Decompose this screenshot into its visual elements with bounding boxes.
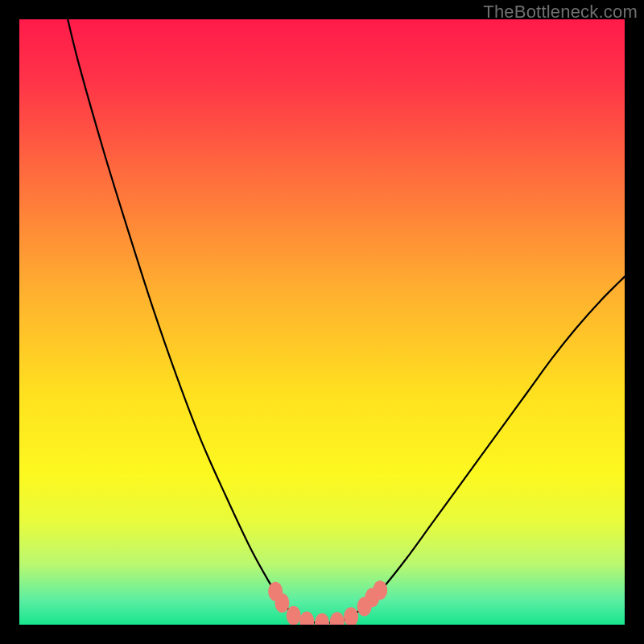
chart-plot-area: [19, 19, 625, 625]
data-marker: [287, 606, 301, 625]
bottleneck-chart: [19, 19, 625, 625]
chart-frame: TheBottleneck.com: [0, 0, 644, 644]
gradient-background: [19, 19, 625, 625]
data-marker: [373, 580, 387, 600]
data-marker: [275, 593, 289, 613]
